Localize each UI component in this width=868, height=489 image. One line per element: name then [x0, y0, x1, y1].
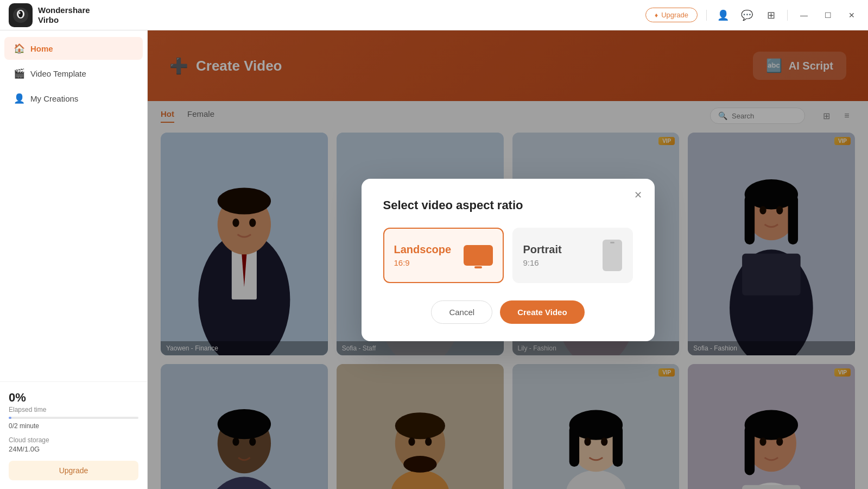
diamond-icon: ♦ [655, 11, 658, 19]
cloud-value: 24M/1.0G [9, 445, 138, 453]
grid-icon[interactable]: ⊞ [763, 8, 778, 23]
portrait-ratio: 9:16 [523, 258, 562, 267]
landscape-label: Landscope [394, 243, 452, 256]
logo-icon [9, 3, 33, 27]
modal-overlay: ✕ Select video aspect ratio Landscope 16… [148, 30, 868, 489]
create-video-button[interactable]: Create Video [500, 300, 584, 324]
aspect-options: Landscope 16:9 Portrait 9:16 [383, 228, 633, 283]
title-bar-controls: ♦ Upgrade 👤 💬 ⊞ — ☐ ✕ [645, 8, 859, 23]
upgrade-sidebar-button[interactable]: Upgrade [9, 461, 138, 480]
aspect-landscape-option[interactable]: Landscope 16:9 [383, 228, 504, 283]
my-creations-icon: 👤 [13, 92, 25, 104]
title-bar: Wondershare Virbo ♦ Upgrade 👤 💬 ⊞ — ☐ ✕ [0, 0, 868, 30]
sidebar-item-my-creations[interactable]: 👤 My Creations [4, 87, 143, 110]
stat-time: 0/2 minute [9, 422, 138, 430]
aspect-ratio-modal: ✕ Select video aspect ratio Landscope 16… [362, 179, 655, 341]
sidebar-item-home[interactable]: 🏠 Home [4, 37, 143, 60]
modal-close-button[interactable]: ✕ [631, 187, 646, 203]
app-logo: Wondershare Virbo [9, 3, 645, 27]
video-template-icon: 🎬 [13, 67, 25, 79]
modal-actions: Cancel Create Video [383, 300, 633, 324]
progress-bar-wrap [9, 417, 138, 419]
landscape-ratio: 16:9 [394, 258, 452, 267]
sidebar: 🏠 Home 🎬 Video Template 👤 My Creations 0… [0, 30, 148, 489]
message-icon[interactable]: 💬 [739, 8, 755, 23]
separator [706, 10, 707, 21]
content-area: ➕ Create Video 🔤 AI Script Hot Female 🔍 … [148, 30, 868, 489]
sidebar-footer: 0% Elapsed time 0/2 minute Cloud storage… [0, 381, 147, 489]
portrait-label: Portrait [523, 243, 562, 256]
portrait-icon [603, 240, 622, 271]
landscape-icon [464, 245, 493, 266]
sidebar-nav: 🏠 Home 🎬 Video Template 👤 My Creations [0, 30, 147, 381]
landscape-info: Landscope 16:9 [394, 243, 452, 267]
cloud-label: Cloud storage [9, 436, 138, 444]
cloud-storage: Cloud storage 24M/1.0G [9, 436, 138, 453]
progress-bar-fill [9, 417, 11, 419]
sidebar-item-video-template[interactable]: 🎬 Video Template [4, 62, 143, 85]
main-layout: 🏠 Home 🎬 Video Template 👤 My Creations 0… [0, 30, 868, 489]
svg-point-3 [19, 12, 21, 14]
aspect-portrait-option[interactable]: Portrait 9:16 [512, 228, 633, 283]
svg-point-2 [18, 11, 23, 17]
maximize-button[interactable]: ☐ [820, 8, 835, 23]
modal-title: Select video aspect ratio [383, 198, 633, 212]
cancel-button[interactable]: Cancel [431, 300, 492, 324]
elapsed-label: Elapsed time [9, 406, 138, 413]
stats-block: 0% Elapsed time 0/2 minute [9, 391, 138, 430]
profile-icon[interactable]: 👤 [715, 8, 731, 23]
portrait-info: Portrait 9:16 [523, 243, 562, 267]
minimize-button[interactable]: — [796, 8, 812, 23]
home-icon: 🏠 [13, 42, 25, 54]
stat-percent: 0% [9, 391, 138, 405]
close-button[interactable]: ✕ [844, 8, 859, 23]
separator2 [787, 10, 788, 21]
app-name: Wondershare Virbo [38, 5, 90, 25]
upgrade-button[interactable]: ♦ Upgrade [645, 8, 698, 22]
